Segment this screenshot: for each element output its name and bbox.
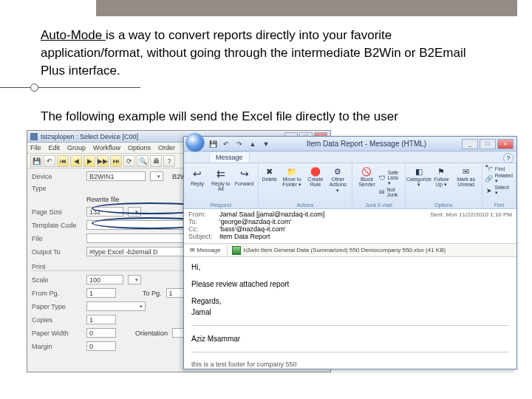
menu-order[interactable]: Order xyxy=(158,144,175,151)
menu-group[interactable]: Group xyxy=(67,144,86,151)
tab-message[interactable]: Message xyxy=(209,151,250,163)
office-orb-icon[interactable] xyxy=(185,133,205,152)
topg-label: To Pg. xyxy=(143,290,162,297)
category-icon: ◧ xyxy=(414,166,424,177)
mark-unread-button[interactable]: ✉Mark as Unread xyxy=(454,165,479,202)
safe-lists-button[interactable]: 🛡Safe Lists ▾ xyxy=(379,170,402,186)
categorize-button[interactable]: ◧Categorize ▾ xyxy=(409,165,429,202)
papertype-field[interactable] xyxy=(86,301,146,311)
top-accent-bar xyxy=(96,0,517,16)
excel-file-icon xyxy=(232,246,241,255)
subject-label: Subject: xyxy=(188,233,219,240)
paperwidth-field[interactable]: 0 xyxy=(86,328,116,338)
group-junk-label: Junk E-mail xyxy=(355,202,401,208)
select-button[interactable]: ➤Select ▾ xyxy=(485,185,513,196)
follow-text: The following example will send the Exce… xyxy=(41,109,491,124)
ol-minimize-button[interactable]: _ xyxy=(462,139,478,149)
menu-options[interactable]: Options xyxy=(128,144,151,151)
paperwidth-label: Paper Width xyxy=(32,330,83,337)
quick-next-icon[interactable]: ▼ xyxy=(261,139,271,149)
cc-value: 'bass'@nazdaq-it.com' xyxy=(219,225,512,233)
tool-print-icon[interactable]: 🖶 xyxy=(150,155,162,167)
to-value: 'george@nazdaq-it.com' xyxy=(219,218,512,225)
tool-next-icon[interactable]: ▶▶ xyxy=(97,155,109,167)
copies-field[interactable]: 1 xyxy=(86,315,116,324)
copies-label: Copies xyxy=(32,316,83,324)
attachment-name: b2win Item General Data (Summarized) 550… xyxy=(244,247,446,253)
app-icon xyxy=(30,133,38,140)
scale-field[interactable]: 100 xyxy=(86,275,123,284)
accent-line xyxy=(0,87,140,88)
scale-combo[interactable] xyxy=(128,275,141,284)
margin-field[interactable]: 0 xyxy=(86,341,116,351)
tool-search-icon[interactable]: 🔍 xyxy=(137,155,149,167)
tool-play-icon[interactable]: ▶ xyxy=(83,155,95,167)
group-options-label: Options xyxy=(409,202,479,208)
slide: Auto-Mode is a way to convert reports di… xyxy=(0,0,532,399)
type-label: Type xyxy=(32,185,83,192)
quick-prev-icon[interactable]: ▲ xyxy=(248,139,258,149)
device-combo[interactable] xyxy=(150,171,163,181)
body-name: Jamal xyxy=(191,307,509,318)
body-signature: Aziz Msammar xyxy=(191,333,509,344)
tool-save-icon[interactable]: 💾 xyxy=(30,155,42,167)
not-junk-button[interactable]: ✉Not Junk xyxy=(379,187,402,197)
delete-x-icon: ✖ xyxy=(265,166,275,177)
binoculars-icon: 🔭 xyxy=(485,165,493,172)
divider xyxy=(191,352,509,352)
menu-workflow[interactable]: Workflow xyxy=(93,144,120,151)
intro-paragraph: Auto-Mode is a way to convert reports di… xyxy=(41,27,491,79)
group-actions-label: Actions xyxy=(262,202,349,208)
tool-undo-icon[interactable]: ↶ xyxy=(44,155,55,167)
menu-edit[interactable]: Edit xyxy=(49,144,61,151)
help-icon[interactable]: ? xyxy=(503,153,514,163)
shield-icon: 🛡 xyxy=(379,174,386,182)
ol-attachments-bar: ✉ Message b2win Item General Data (Summa… xyxy=(184,244,516,257)
outlook-window: 💾 ↶ ↷ ▲ ▼ Item Data Report - Message (HT… xyxy=(183,136,517,369)
from-value: Jamal Saad [jamal@nazdaq-it.com] xyxy=(219,211,430,218)
cursor-icon: ➤ xyxy=(485,187,493,194)
move-button[interactable]: 📁Move to Folder ▾ xyxy=(280,165,304,202)
delete-button[interactable]: ✖Delete xyxy=(262,165,278,202)
scale-label: Scale xyxy=(32,276,83,284)
ol-close-button[interactable]: × xyxy=(497,139,514,149)
body-footer: this is a test footer for company 550 xyxy=(191,360,509,370)
sent-label: Sent: xyxy=(430,211,444,218)
sent-value: Mon 11/22/2010 1:10 PM xyxy=(446,211,512,218)
ol-ribbon-tabs: Message xyxy=(184,151,516,163)
quick-redo-icon[interactable]: ↷ xyxy=(234,139,245,149)
reply-all-button[interactable]: ⇇Reply to All xyxy=(210,165,232,202)
frompg-field[interactable]: 1 xyxy=(86,288,116,298)
ol-titlebar: 💾 ↶ ↷ ▲ ▼ Item Data Report - Message (HT… xyxy=(184,137,516,151)
block-sender-button[interactable]: 🚫Block Sender xyxy=(355,165,378,202)
margin-label: Margin xyxy=(32,343,83,350)
ol-maximize-button[interactable]: □ xyxy=(480,139,496,149)
device-field[interactable]: B2WIN1 xyxy=(86,171,146,181)
tool-first-icon[interactable]: ⏮ xyxy=(57,155,69,167)
quick-save-icon[interactable]: 💾 xyxy=(208,139,218,149)
find-button[interactable]: 🔭Find xyxy=(485,165,513,172)
quick-undo-icon[interactable]: ↶ xyxy=(221,139,231,149)
followup-button[interactable]: ⚑Follow Up ▾ xyxy=(432,165,451,202)
ol-ribbon: ↩Reply ⇇Reply to All ↪Forward Respond ✖D… xyxy=(184,163,516,209)
outputto-label: Output To xyxy=(32,248,83,256)
reply-button[interactable]: ↩Reply xyxy=(187,165,208,202)
other-actions-button[interactable]: ⚙Other Actions ▾ xyxy=(327,165,349,202)
block-icon: 🚫 xyxy=(361,166,372,177)
message-tab[interactable]: ✉ Message xyxy=(184,245,228,255)
tool-prev-icon[interactable]: ◀ xyxy=(70,155,82,167)
related-button[interactable]: 🔗Related ▾ xyxy=(485,173,513,184)
envelope-small-icon: ✉ xyxy=(190,247,195,253)
tool-help-icon[interactable]: ? xyxy=(163,155,175,167)
orientation-label: Orientation xyxy=(135,330,168,337)
forward-button[interactable]: ↪Forward xyxy=(234,165,255,202)
tool-last-icon[interactable]: ⏭ xyxy=(110,155,122,167)
menu-file[interactable]: File xyxy=(30,144,41,151)
outputto-field[interactable]: #type Excel -b2email D xyxy=(86,247,197,256)
rule-button[interactable]: 🛑Create Rule xyxy=(307,165,325,202)
file-field[interactable] xyxy=(86,233,197,243)
tool-refresh-icon[interactable]: ⟳ xyxy=(123,155,135,167)
file-label: File xyxy=(32,235,83,242)
device-label: Device xyxy=(32,173,83,180)
attachment-item[interactable]: b2win Item General Data (Summarized) 550… xyxy=(228,246,450,255)
